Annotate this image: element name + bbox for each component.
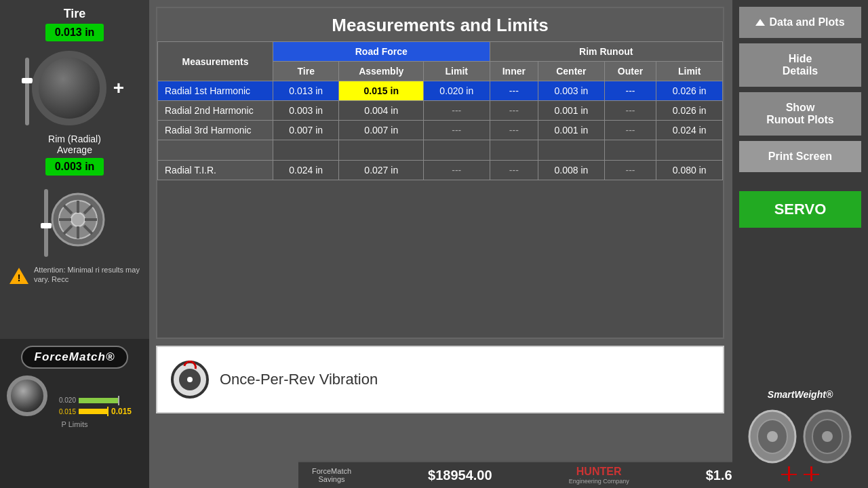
rim-label-text: Rim (Radial) Average: [48, 134, 101, 155]
row-cell: ---: [490, 121, 538, 140]
col-assembly: Assembly: [339, 62, 424, 81]
col-header-measurements: Measurements: [158, 42, 273, 81]
forcematch-savings-label: ForceMatch: [312, 467, 351, 475]
print-screen-button[interactable]: Print Screen: [739, 141, 861, 172]
row-cell: ---: [490, 81, 538, 101]
weight-indicator-right: [810, 466, 812, 481]
panel-title: Measurements and Limits: [157, 8, 723, 41]
row-cell: 0.001 in: [538, 101, 604, 121]
p-limits-label: P Limits: [62, 420, 88, 428]
row-cell: ---: [424, 161, 490, 180]
weight-line-right: [804, 474, 819, 475]
smartweight-logo: SmartWeight®: [768, 389, 833, 400]
fm-bar-fill-2: [79, 409, 108, 414]
row-cell: 0.003 in: [273, 101, 339, 121]
weight-indicators: [747, 466, 853, 481]
table-row[interactable]: Radial T.I.R.0.024 in0.027 in------0.008…: [158, 161, 723, 180]
warning-icon: !: [8, 266, 30, 285]
hunter-logo: HUNTER: [569, 466, 629, 478]
row-label: Radial T.I.R.: [158, 161, 273, 180]
data-table: Measurements Road Force Rim Runout Tire …: [157, 41, 723, 180]
servo-label: SERVO: [774, 201, 827, 218]
tire-slider-thumb[interactable]: [22, 78, 33, 83]
row-cell: [273, 140, 339, 161]
measurements-panel: Measurements and Limits Measurements Roa…: [156, 7, 724, 339]
show-runout-button[interactable]: ShowRunout Plots: [739, 92, 861, 136]
warning-area: ! Attention: Minimal ri results may vary…: [5, 265, 144, 288]
row-cell: [424, 140, 490, 161]
row-cell: ---: [604, 161, 656, 180]
servo-button[interactable]: SERVO: [739, 191, 861, 228]
opr-text: Once-Per-Rev Vibration: [220, 371, 378, 388]
fm-bar-row-2: 0.015 0.015: [53, 407, 142, 416]
rim-wheel-graphic: [51, 192, 105, 247]
col-outer: Outer: [604, 62, 656, 81]
smartweight-tire-2: [802, 403, 853, 464]
main-content: Measurements and Limits Measurements Roa…: [149, 0, 732, 488]
row-cell: [604, 140, 656, 161]
right-panel: Data and Plots HideDetails ShowRunout Pl…: [732, 0, 868, 488]
table-row[interactable]: [158, 140, 723, 161]
arrow-up-icon: [755, 19, 765, 26]
col-limit2: Limit: [656, 62, 723, 81]
row-label: Radial 3rd Harmonic: [158, 121, 273, 140]
forcematch-section: ForceMatch® 0.020 0.015 0.015 P Limits: [0, 339, 149, 488]
row-cell: 0.080 in: [656, 161, 723, 180]
row-cell: ---: [604, 101, 656, 121]
row-cell: ---: [604, 121, 656, 140]
once-per-rev-section: Once-Per-Rev Vibration: [156, 346, 724, 413]
row-cell: 0.026 in: [656, 81, 723, 101]
table-body: Radial 1st Harmonic0.013 in0.015 in0.020…: [158, 81, 723, 180]
col-inner: Inner: [490, 62, 538, 81]
row-label: [158, 140, 273, 161]
hunter-sub: Engineering Company: [569, 478, 629, 485]
forcematch-logo: ForceMatch®: [21, 346, 129, 369]
forcematch-savings-amount: $18954.00: [428, 468, 492, 483]
rim-slider-track: [44, 189, 48, 257]
hide-details-label: HideDetails: [783, 53, 818, 77]
row-cell: ---: [490, 161, 538, 180]
smartweight-wheels: [747, 403, 853, 464]
weight-line-left: [781, 474, 797, 475]
row-cell: 0.008 in: [538, 161, 604, 180]
svg-point-18: [822, 431, 833, 442]
svg-point-15: [767, 431, 778, 442]
tire-slider-track: [25, 58, 29, 125]
row-cell: 0.013 in: [273, 81, 339, 101]
row-cell: 0.004 in: [339, 101, 424, 121]
row-cell: ---: [490, 101, 538, 121]
hide-details-button[interactable]: HideDetails: [739, 43, 861, 87]
row-cell: 0.001 in: [538, 121, 604, 140]
fm-bar-label-1: 0.020: [53, 396, 76, 404]
opr-icon: [171, 361, 209, 399]
table-row[interactable]: Radial 3rd Harmonic0.007 in0.007 in-----…: [158, 121, 723, 140]
fm-bar-row-1: 0.020: [53, 396, 142, 404]
col-tire: Tire: [273, 62, 339, 81]
opr-dot: [187, 377, 193, 382]
forcematch-wheel: [7, 375, 47, 416]
print-screen-label: Print Screen: [768, 150, 832, 162]
row-cell: 0.026 in: [656, 101, 723, 121]
col-header-rim-runout: Rim Runout: [490, 42, 722, 62]
col-limit: Limit: [424, 62, 490, 81]
row-cell: [490, 140, 538, 161]
tire-circle: [32, 51, 106, 125]
forcematch-visual: 0.020 0.015 0.015: [0, 375, 149, 416]
rim-slider-thumb[interactable]: [41, 223, 52, 228]
data-plots-button[interactable]: Data and Plots: [739, 7, 861, 38]
row-cell: 0.007 in: [339, 121, 424, 140]
col-center: Center: [538, 62, 604, 81]
svg-text:!: !: [18, 272, 21, 283]
row-cell: 0.024 in: [656, 121, 723, 140]
add-button[interactable]: +: [113, 77, 124, 99]
row-cell: [538, 140, 604, 161]
rim-value: 0.003 in: [45, 158, 104, 176]
forcematch-savings-section: ForceMatch Savings: [312, 467, 351, 483]
row-cell: ---: [604, 81, 656, 101]
table-row[interactable]: Radial 1st Harmonic0.013 in0.015 in0.020…: [158, 81, 723, 101]
weight-indicator-left: [788, 466, 790, 481]
row-cell: ---: [424, 101, 490, 121]
show-runout-label: ShowRunout Plots: [766, 102, 834, 125]
smartweight-tire-1: [747, 403, 798, 464]
table-row[interactable]: Radial 2nd Harmonic0.003 in0.004 in-----…: [158, 101, 723, 121]
